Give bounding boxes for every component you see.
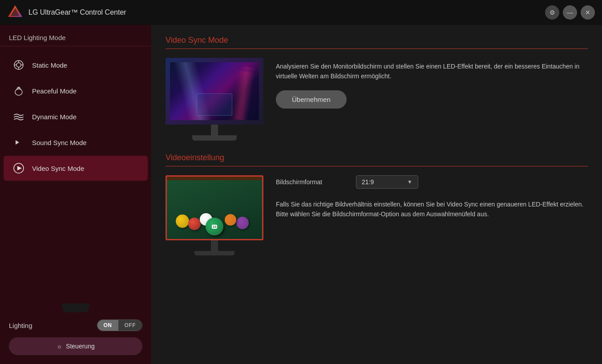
svg-point-8	[15, 89, 22, 95]
video-settings-right: Bildschirmformat 21:9 ▼ Falls Sie das ri…	[276, 175, 588, 219]
static-mode-label: Static Mode	[32, 61, 67, 69]
sidebar-item-dynamic[interactable]: Dynamic Mode	[4, 104, 148, 129]
video-sync-monitor-preview	[166, 58, 263, 141]
content-area: Video Sync Mode	[151, 25, 602, 364]
aspect-ratio-row: Bildschirmformat 21:9 ▼	[276, 175, 588, 189]
sidebar-item-videosync[interactable]: Video Sync Mode	[4, 156, 148, 181]
billiard-foot	[194, 251, 234, 255]
sidebar-footer: Lighting ON OFF ☼ Steuerung	[0, 312, 151, 364]
billiard-frame: 14	[166, 175, 263, 240]
sidebar: LED Lighting Mode Static Mode	[0, 25, 151, 364]
videosync-mode-icon	[12, 162, 25, 174]
video-settings-description: Falls Sie das richtige Bildverhältnis ei…	[276, 196, 588, 219]
settings-button[interactable]: ⚙	[545, 5, 559, 20]
lg-logo	[7, 4, 23, 20]
close-button[interactable]: ✕	[581, 5, 595, 20]
svg-marker-9	[16, 140, 19, 145]
billiard-screen: 14	[167, 177, 262, 239]
sidebar-deco	[0, 299, 151, 312]
sidebar-nav: Static Mode Peaceful Mode	[0, 50, 151, 299]
billiard-monitor-preview: 14	[166, 175, 263, 255]
dynamic-mode-icon	[12, 110, 25, 123]
peaceful-mode-label: Peaceful Mode	[32, 87, 77, 95]
aspect-ratio-dropdown[interactable]: 21:9 ▼	[356, 175, 418, 189]
monitor-foot	[192, 135, 237, 141]
videosync-mode-label: Video Sync Mode	[32, 165, 84, 172]
lighting-row: Lighting ON OFF	[9, 320, 142, 331]
minimize-button[interactable]: —	[563, 5, 577, 20]
monitor-screen-inner	[170, 62, 259, 120]
window-controls: ⚙ — ✕	[545, 5, 595, 20]
video-sync-description-block: Analysieren Sie den Monitorbildschirm un…	[276, 58, 588, 109]
soundsync-mode-label: Sound Sync Mode	[32, 139, 87, 146]
video-settings-section: Videoeinstellung	[166, 153, 588, 255]
steuerung-button[interactable]: ☼ Steuerung	[9, 337, 142, 355]
toggle-on-button[interactable]: ON	[97, 320, 118, 331]
sidebar-section-title: LED Lighting Mode	[0, 25, 151, 46]
billiard-neck	[211, 240, 218, 251]
video-sync-description: Analysieren Sie den Monitorbildschirm un…	[276, 58, 588, 81]
steuerung-icon: ☼	[57, 343, 62, 350]
video-sync-card: Analysieren Sie den Monitorbildschirm un…	[166, 58, 588, 141]
lighting-label: Lighting	[9, 322, 32, 329]
video-settings-card: 14 Bildschirmformat 21:9 ▼	[166, 175, 588, 255]
monitor-screen	[166, 58, 263, 125]
peaceful-mode-icon	[12, 85, 25, 97]
sidebar-item-soundsync[interactable]: Sound Sync Mode	[4, 130, 148, 155]
video-sync-title: Video Sync Mode	[166, 36, 588, 49]
aspect-ratio-label: Bildschirmformat	[276, 178, 347, 186]
dropdown-arrow-icon: ▼	[407, 179, 412, 185]
steuerung-label: Steuerung	[66, 343, 95, 350]
toggle-off-button[interactable]: OFF	[118, 320, 142, 331]
sidebar-item-peaceful[interactable]: Peaceful Mode	[4, 78, 148, 103]
lighting-toggle[interactable]: ON OFF	[97, 320, 143, 331]
svg-point-3	[16, 63, 21, 67]
main-layout: LED Lighting Mode Static Mode	[0, 25, 602, 364]
dynamic-mode-label: Dynamic Mode	[32, 113, 77, 121]
soundsync-mode-icon	[12, 136, 25, 149]
video-settings-title: Videoeinstellung	[166, 153, 588, 166]
aspect-ratio-value: 21:9	[362, 178, 404, 186]
app-title: LG UltraGear™ Control Center	[28, 8, 545, 16]
titlebar: LG UltraGear™ Control Center ⚙ — ✕	[0, 0, 602, 25]
apply-button[interactable]: Übernehmen	[276, 90, 347, 109]
sidebar-item-static[interactable]: Static Mode	[4, 53, 148, 77]
video-sync-section: Video Sync Mode	[166, 36, 588, 141]
monitor-neck	[211, 125, 218, 135]
static-mode-icon	[12, 59, 25, 71]
svg-marker-11	[17, 166, 22, 170]
